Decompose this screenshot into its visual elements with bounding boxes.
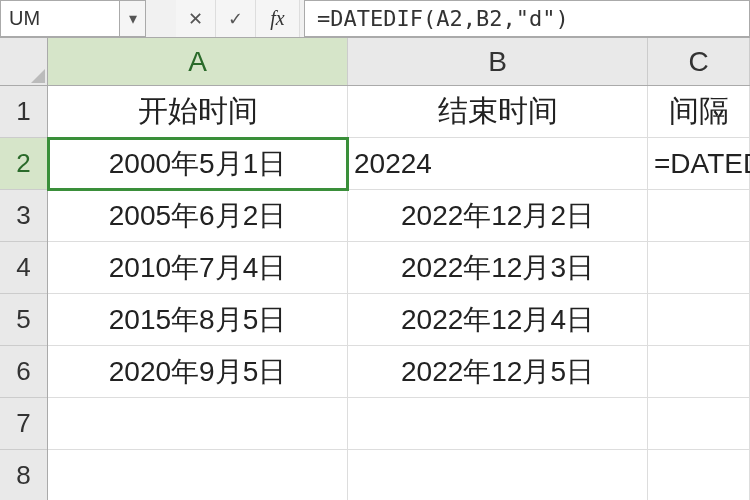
row-header-7[interactable]: 7 [0, 398, 47, 450]
table-row: 2000年5月1日 20224 [48, 138, 750, 190]
cell-B8[interactable] [348, 450, 648, 500]
formula-bar: UM ▾ ✕ ✓ fx =DATEDIF(A2,B2,"d") [0, 0, 750, 38]
cell-B6[interactable]: 2022年12月5日 [348, 346, 648, 398]
column-header-C[interactable]: C [648, 38, 750, 85]
fx-icon: fx [270, 7, 284, 30]
cell-C3[interactable] [648, 190, 750, 242]
table-row: 开始时间 结束时间 间隔 [48, 86, 750, 138]
formula-enter-button[interactable]: ✓ [216, 0, 256, 37]
insert-function-button[interactable]: fx [256, 0, 300, 37]
row-header-3[interactable]: 3 [0, 190, 47, 242]
cell-C8[interactable] [648, 450, 750, 500]
close-icon: ✕ [188, 8, 203, 30]
cell-B5[interactable]: 2022年12月4日 [348, 294, 648, 346]
cell-C4[interactable] [648, 242, 750, 294]
select-all-corner[interactable] [0, 38, 48, 86]
row-header-1[interactable]: 1 [0, 86, 47, 138]
column-header-A[interactable]: A [48, 38, 348, 85]
grid[interactable]: 开始时间 结束时间 间隔 2000年5月1日 20224 2005年6月2日 2… [48, 86, 750, 500]
chevron-down-icon: ▾ [129, 9, 137, 28]
name-box[interactable]: UM [0, 0, 120, 37]
cell-A1[interactable]: 开始时间 [48, 86, 348, 138]
cell-B4[interactable]: 2022年12月3日 [348, 242, 648, 294]
cell-B3[interactable]: 2022年12月2日 [348, 190, 648, 242]
cell-C1[interactable]: 间隔 [648, 86, 750, 138]
sheet-area: A B C 1 2 3 4 5 6 7 8 开始时间 结束时间 间隔 2000年… [0, 38, 750, 500]
cell-A7[interactable] [48, 398, 348, 450]
cell-A6[interactable]: 2020年9月5日 [48, 346, 348, 398]
table-row [48, 450, 750, 500]
formula-cancel-button[interactable]: ✕ [176, 0, 216, 37]
row-header-8[interactable]: 8 [0, 450, 47, 500]
table-row [48, 398, 750, 450]
cell-C6[interactable] [648, 346, 750, 398]
column-header-B[interactable]: B [348, 38, 648, 85]
row-header-2[interactable]: 2 [0, 138, 47, 190]
table-row: 2005年6月2日 2022年12月2日 [48, 190, 750, 242]
cell-A4[interactable]: 2010年7月4日 [48, 242, 348, 294]
cell-B2[interactable]: 20224 [348, 138, 648, 190]
column-headers: A B C [48, 38, 750, 86]
row-header-5[interactable]: 5 [0, 294, 47, 346]
cell-B1[interactable]: 结束时间 [348, 86, 648, 138]
cell-A3[interactable]: 2005年6月2日 [48, 190, 348, 242]
table-row: 2010年7月4日 2022年12月3日 [48, 242, 750, 294]
row-header-6[interactable]: 6 [0, 346, 47, 398]
formula-input[interactable]: =DATEDIF(A2,B2,"d") [304, 0, 750, 37]
formula-bar-gap [146, 0, 176, 37]
table-row: 2020年9月5日 2022年12月5日 [48, 346, 750, 398]
cell-A5[interactable]: 2015年8月5日 [48, 294, 348, 346]
check-icon: ✓ [228, 8, 243, 30]
cell-A8[interactable] [48, 450, 348, 500]
table-row: 2015年8月5日 2022年12月4日 [48, 294, 750, 346]
cell-c2-editing-overlay: =DATEDIF(A [648, 138, 750, 190]
name-box-dropdown[interactable]: ▾ [120, 0, 146, 37]
cell-A2[interactable]: 2000年5月1日 [48, 138, 348, 190]
cell-B7[interactable] [348, 398, 648, 450]
cell-C7[interactable] [648, 398, 750, 450]
row-header-4[interactable]: 4 [0, 242, 47, 294]
cell-C5[interactable] [648, 294, 750, 346]
row-headers: 1 2 3 4 5 6 7 8 [0, 86, 48, 500]
